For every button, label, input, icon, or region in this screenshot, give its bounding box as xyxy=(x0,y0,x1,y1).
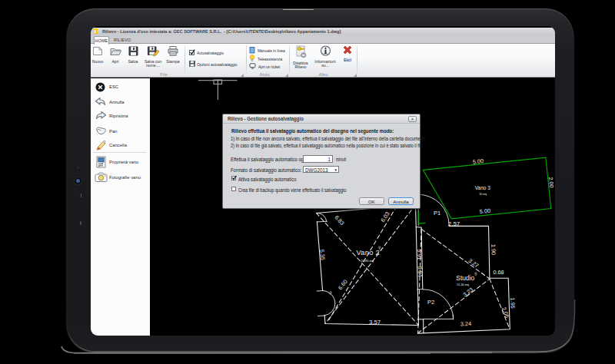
svg-text:®: ® xyxy=(378,246,381,250)
svg-text:3.23: 3.23 xyxy=(462,286,475,299)
svg-text:Studio: Studio xyxy=(456,274,474,282)
svg-text:10 mq: 10 mq xyxy=(479,193,487,196)
svg-text:Vano 2: Vano 2 xyxy=(356,249,380,256)
svg-text:6.03: 6.03 xyxy=(379,210,391,223)
svg-text:5.00: 5.00 xyxy=(479,207,490,215)
svg-text:P2: P2 xyxy=(427,299,434,306)
svg-text:2.57: 2.57 xyxy=(448,220,460,227)
svg-text:1.90: 1.90 xyxy=(490,244,497,255)
svg-text:3.94: 3.94 xyxy=(417,266,424,276)
svg-text:3.57: 3.57 xyxy=(369,319,381,326)
svg-text:3.27: 3.27 xyxy=(467,257,480,270)
svg-text:5.00: 5.00 xyxy=(472,157,484,165)
svg-text:5.91: 5.91 xyxy=(416,249,423,260)
svg-text:20,86 mq: 20,86 mq xyxy=(361,259,374,263)
svg-text:5.35: 5.35 xyxy=(318,249,326,260)
svg-text:3.24: 3.24 xyxy=(460,320,472,328)
svg-text:11,34 mq: 11,34 mq xyxy=(457,283,469,286)
svg-text:63: 63 xyxy=(327,290,333,295)
svg-text:Vano 3: Vano 3 xyxy=(475,185,491,190)
svg-text:®: ® xyxy=(474,272,477,276)
svg-text:2.00: 2.00 xyxy=(547,177,555,188)
svg-text:1.95: 1.95 xyxy=(509,297,516,308)
svg-text:0.68: 0.68 xyxy=(493,269,504,276)
svg-text:P1: P1 xyxy=(434,210,440,217)
svg-text:6.83: 6.83 xyxy=(333,214,345,227)
